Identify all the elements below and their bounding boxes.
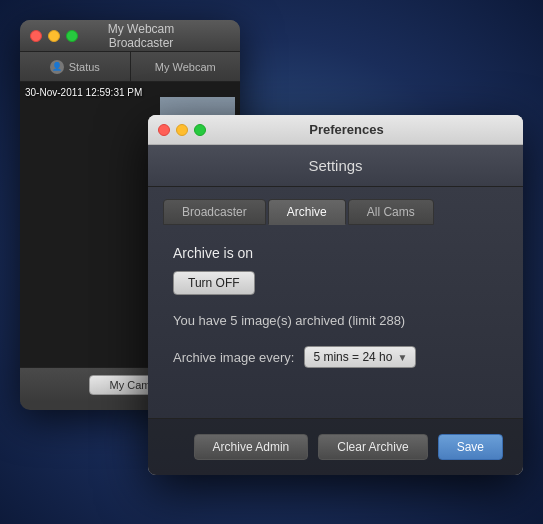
- archive-interval-label: Archive image every:: [173, 350, 294, 365]
- traffic-lights: [30, 30, 78, 42]
- tab-my-webcam-label: My Webcam: [155, 61, 216, 73]
- pref-tabs: Broadcaster Archive All Cams: [148, 187, 523, 225]
- interval-select[interactable]: 5 mins = 24 ho ▼: [304, 346, 416, 368]
- turn-off-button[interactable]: Turn OFF: [173, 271, 255, 295]
- preferences-window: Preferences Settings Broadcaster Archive…: [148, 115, 523, 475]
- pref-content: Archive is on Turn OFF You have 5 image(…: [148, 225, 523, 418]
- pref-body: Settings Broadcaster Archive All Cams Ar…: [148, 145, 523, 475]
- pref-minimize-button[interactable]: [176, 124, 188, 136]
- settings-header: Settings: [148, 145, 523, 187]
- clear-archive-button[interactable]: Clear Archive: [318, 434, 427, 460]
- main-window-title: My Webcam Broadcaster: [88, 22, 194, 50]
- pref-window-title: Preferences: [216, 122, 477, 137]
- archive-admin-button[interactable]: Archive Admin: [194, 434, 309, 460]
- main-tabs: 👤 Status My Webcam: [20, 52, 240, 82]
- tab-broadcaster[interactable]: Broadcaster: [163, 199, 266, 225]
- person-icon: 👤: [50, 60, 64, 74]
- minimize-button[interactable]: [48, 30, 60, 42]
- tab-all-cams[interactable]: All Cams: [348, 199, 434, 225]
- archive-status: Archive is on: [173, 245, 498, 261]
- pref-titlebar: Preferences: [148, 115, 523, 145]
- pref-maximize-button[interactable]: [194, 124, 206, 136]
- chevron-down-icon: ▼: [397, 352, 407, 363]
- tab-status[interactable]: 👤 Status: [20, 52, 131, 81]
- pref-footer: Archive Admin Clear Archive Save: [148, 418, 523, 475]
- save-button[interactable]: Save: [438, 434, 503, 460]
- webcam-timestamp: 30-Nov-2011 12:59:31 PM: [25, 87, 142, 98]
- archive-interval-row: Archive image every: 5 mins = 24 ho ▼: [173, 346, 498, 368]
- pref-close-button[interactable]: [158, 124, 170, 136]
- close-button[interactable]: [30, 30, 42, 42]
- archive-info: You have 5 image(s) archived (limit 288): [173, 313, 498, 328]
- tab-archive[interactable]: Archive: [268, 199, 346, 225]
- tab-my-webcam[interactable]: My Webcam: [131, 52, 241, 81]
- interval-value: 5 mins = 24 ho: [313, 350, 392, 364]
- main-titlebar: My Webcam Broadcaster: [20, 20, 240, 52]
- maximize-button[interactable]: [66, 30, 78, 42]
- tab-status-label: Status: [69, 61, 100, 73]
- pref-traffic-lights: [158, 124, 206, 136]
